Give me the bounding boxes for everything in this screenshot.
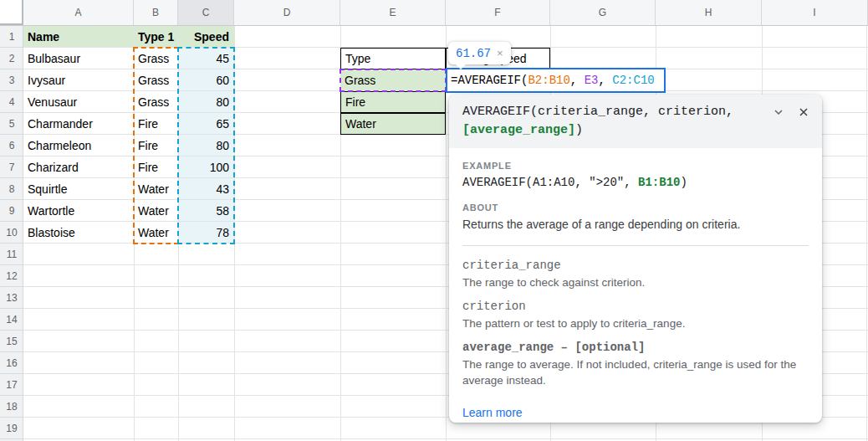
example-range: B1:B10 <box>638 176 680 189</box>
formula-token: , <box>598 74 612 87</box>
row-header-10[interactable]: 10 <box>0 222 23 244</box>
cell-c5[interactable]: 65 <box>178 113 234 135</box>
spreadsheet: A B C D E F G H I 1 2 3 4 5 6 7 8 9 10 1… <box>0 0 868 441</box>
preview-close-icon[interactable]: × <box>497 47 503 59</box>
cell-a9[interactable]: Wartortle <box>23 200 134 222</box>
example-label: EXAMPLE <box>462 160 809 172</box>
cell-b1[interactable]: Type 1 <box>134 26 178 48</box>
about-text: Returns the average of a range depending… <box>462 216 809 233</box>
cell-a5[interactable]: Charmander <box>23 113 134 135</box>
preview-pointer <box>456 64 466 69</box>
row-header-13[interactable]: 13 <box>0 287 23 309</box>
row-header-12[interactable]: 12 <box>0 265 23 287</box>
gridline-vertical <box>866 26 867 441</box>
learn-more-link[interactable]: Learn more <box>462 406 523 419</box>
cell-b9[interactable]: Water <box>134 200 178 222</box>
cell-a8[interactable]: Squirtle <box>23 178 134 200</box>
param-criteria-range-name: criteria_range <box>462 257 809 274</box>
row-header-8[interactable]: 8 <box>0 178 23 200</box>
gridline-vertical <box>234 26 235 441</box>
cell-b2[interactable]: Grass <box>134 48 178 69</box>
param-average-range-name: average_range – [optional] <box>462 339 809 356</box>
signature-close-paren: ) <box>575 123 583 137</box>
row-header-17[interactable]: 17 <box>0 374 23 396</box>
chevron-down-icon[interactable] <box>772 105 785 119</box>
cell-b4[interactable]: Grass <box>134 91 178 113</box>
row-header-16[interactable]: 16 <box>0 352 23 374</box>
formula-token-criteria-range: B2:B10 <box>528 74 569 87</box>
formula-result-preview: 61.67 × <box>448 42 511 64</box>
row-header-7[interactable]: 7 <box>0 156 23 178</box>
preview-value: 61.67 <box>456 47 491 60</box>
row-header-18[interactable]: 18 <box>0 396 23 418</box>
cell-c6[interactable]: 80 <box>178 135 234 156</box>
column-header-strip: A B C D E F G H I <box>0 0 868 26</box>
column-header-g[interactable]: G <box>550 0 656 25</box>
row-header-11[interactable]: 11 <box>0 244 23 265</box>
column-header-i[interactable]: I <box>762 0 868 25</box>
cell-c4[interactable]: 80 <box>178 91 234 113</box>
cell-a1[interactable]: Name <box>23 26 134 48</box>
cell-e3-grass[interactable]: Grass <box>340 69 446 91</box>
function-help-popup: AVERAGEIF(criteria_range, criterion, [av… <box>449 95 822 423</box>
cell-c1[interactable]: Speed <box>178 26 234 48</box>
cell-b8[interactable]: Water <box>134 178 178 200</box>
cell-a2[interactable]: Bulbasaur <box>23 48 134 69</box>
param-criteria-range-desc: The range to check against criterion. <box>462 274 809 290</box>
cell-c7[interactable]: 100 <box>178 156 234 178</box>
row-header-4[interactable]: 4 <box>0 91 23 113</box>
column-header-d[interactable]: D <box>234 0 340 25</box>
select-all-corner[interactable] <box>0 0 23 25</box>
column-header-a[interactable]: A <box>23 0 134 25</box>
param-average-range-desc: The range to average. If not included, c… <box>462 356 809 388</box>
row-header-9[interactable]: 9 <box>0 200 23 222</box>
cell-b7[interactable]: Fire <box>134 156 178 178</box>
divider <box>462 245 809 246</box>
example-code: AVERAGEIF(A1:A10, ">20", B1:B10) <box>462 174 809 191</box>
cell-c8[interactable]: 43 <box>178 178 234 200</box>
cell-c2[interactable]: 45 <box>178 48 234 69</box>
column-header-b[interactable]: B <box>134 0 178 25</box>
cell-b3[interactable]: Grass <box>134 69 178 91</box>
column-header-f[interactable]: F <box>446 0 550 25</box>
column-header-h[interactable]: H <box>656 0 762 25</box>
formula-token-average-range: C2:C10 <box>612 74 654 87</box>
cell-a4[interactable]: Venusaur <box>23 91 134 113</box>
about-label: ABOUT <box>462 202 809 213</box>
formula-token-criterion: E3 <box>585 74 599 87</box>
function-help-body: EXAMPLE AVERAGEIF(A1:A10, ">20", B1:B10)… <box>449 148 822 420</box>
formula-input-f3[interactable]: =AVERAGEIF(B2:B10, E3, C2:C10 <box>446 68 666 93</box>
signature-optional-arg: [average_range] <box>462 123 575 137</box>
cell-e5-water[interactable]: Water <box>340 113 446 135</box>
cell-a10[interactable]: Blastoise <box>23 222 134 244</box>
cell-b5[interactable]: Fire <box>134 113 178 135</box>
cell-a3[interactable]: Ivysaur <box>23 69 134 91</box>
row-header-6[interactable]: 6 <box>0 135 23 156</box>
cell-e2-type-header[interactable]: Type <box>340 48 446 69</box>
row-header-strip: 1 2 3 4 5 6 7 8 9 10 11 12 13 14 15 16 1… <box>0 26 23 441</box>
formula-token: =AVERAGEIF( <box>451 74 528 87</box>
row-header-1[interactable]: 1 <box>0 26 23 48</box>
cell-b6[interactable]: Fire <box>134 135 178 156</box>
cell-b10[interactable]: Water <box>134 222 178 244</box>
cell-a7[interactable]: Charizard <box>23 156 134 178</box>
column-header-e[interactable]: E <box>340 0 446 25</box>
cell-c3[interactable]: 60 <box>178 69 234 91</box>
formula-token: , <box>570 74 585 87</box>
cell-a6[interactable]: Charmeleon <box>23 135 134 156</box>
row-header-5[interactable]: 5 <box>0 113 23 135</box>
column-header-c[interactable]: C <box>178 0 234 25</box>
example-close-paren: ) <box>680 176 687 189</box>
cell-c9[interactable]: 58 <box>178 200 234 222</box>
row-header-15[interactable]: 15 <box>0 331 23 352</box>
cell-c10[interactable]: 78 <box>178 222 234 244</box>
row-header-19[interactable]: 19 <box>0 418 23 439</box>
cell-e4-fire[interactable]: Fire <box>340 91 446 113</box>
row-header-2[interactable]: 2 <box>0 48 23 69</box>
param-criterion-name: criterion <box>462 298 809 315</box>
signature-text: AVERAGEIF(criteria_range, criterion, <box>462 105 733 119</box>
row-header-14[interactable]: 14 <box>0 309 23 331</box>
row-header-3[interactable]: 3 <box>0 69 23 91</box>
close-icon[interactable] <box>797 105 810 119</box>
function-signature-header: AVERAGEIF(criteria_range, criterion, [av… <box>449 95 822 148</box>
